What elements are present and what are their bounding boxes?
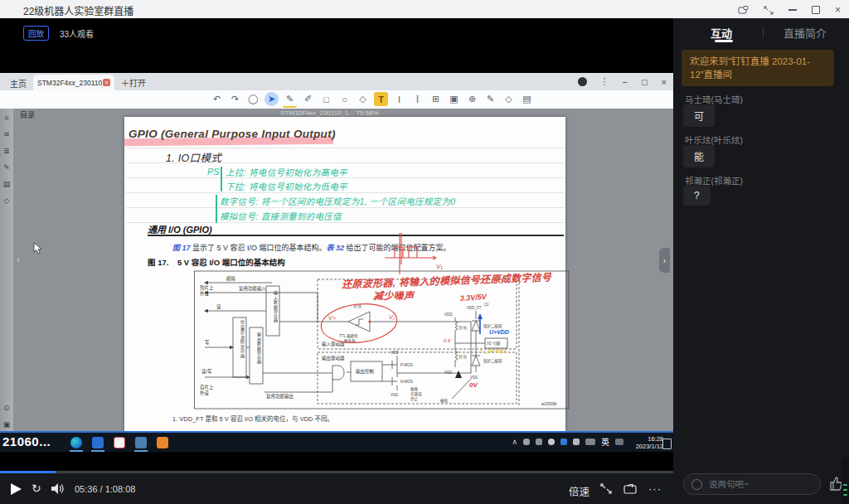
notification-center-icon[interactable] [662, 439, 672, 449]
diagram-label: 禁止 [410, 396, 418, 401]
chat-username: 马士琦(马士琦) [685, 93, 743, 105]
minimize-icon[interactable] [788, 9, 797, 11]
tray-date: 2023/1/12 [636, 443, 663, 450]
more-options-icon[interactable]: ··· [648, 482, 662, 495]
volume-icon[interactable] [51, 483, 65, 494]
tab-live-intro[interactable]: 直播简介 [784, 25, 827, 41]
edge-browser-icon[interactable] [70, 437, 82, 448]
diagram-label: TTL 施密特 [339, 333, 358, 339]
home-tab[interactable]: 主页 [10, 77, 27, 90]
maximize-icon[interactable] [812, 6, 820, 14]
diagram-label: 自片上 [200, 384, 214, 390]
tray-mic-icon[interactable] [548, 439, 555, 445]
para-text: 显示了 5 V 容忍 I/O 端口位的基本结构。 [191, 244, 327, 252]
tray-bluetooth-icon[interactable] [560, 439, 567, 445]
handwritten-note-pulldown: 下拉: 将电信号初始化为低电平 [226, 180, 347, 192]
redo-icon[interactable]: ↷ [228, 92, 242, 106]
tray-phone-icon[interactable] [523, 439, 530, 445]
table-ref-link[interactable]: 表 32 [327, 244, 345, 252]
pdf-page: GPIO (General Purpose Input Output) 1. I… [124, 117, 565, 431]
app-maximize-icon[interactable]: ▢ [641, 78, 648, 86]
polygon-tool-icon[interactable]: ◇ [356, 92, 370, 106]
document-viewport[interactable]: 目录 STM32F4xx_230110_1... 75.56% ‹ › [13, 109, 673, 431]
notes-panel-icon[interactable]: ▤ [520, 92, 534, 106]
handwritten-note-digital: 数字信号: 将一个区间的电压规定为1, 一个区间电压规定为0 [220, 195, 455, 207]
tray-lock-icon[interactable] [536, 439, 542, 445]
undo-icon[interactable]: ↶ [210, 92, 224, 106]
toc-label[interactable]: 目录 [20, 109, 35, 120]
viewer-count: 33人观看 [60, 27, 94, 40]
prev-page-icon[interactable]: ‹ [17, 254, 20, 265]
expand-window-icon[interactable] [764, 6, 774, 15]
replay-icon[interactable]: ↻ [32, 482, 41, 495]
text-cursor-icon[interactable]: I [392, 92, 406, 106]
popout-icon[interactable] [738, 6, 749, 15]
tray-keyboard-icon[interactable] [585, 439, 595, 445]
hidden-icons-chevron[interactable]: ∧ [512, 438, 517, 446]
diagram-label: 保护二极管 [483, 323, 502, 329]
speed-button[interactable]: 倍速 [569, 483, 589, 499]
web-link-icon[interactable]: ⊕ [465, 92, 479, 106]
figure-caption: 图 17. 5 V 容忍 I/O 端口位的基本结构 [148, 256, 285, 268]
fig-ref-link[interactable]: 图 17 [172, 244, 191, 252]
pan-hand-icon[interactable]: ⊙ [3, 404, 10, 412]
open-file-button[interactable]: ＋打开 [121, 76, 146, 89]
stamp-icon[interactable]: ◇ [502, 92, 516, 106]
chat-input[interactable] [707, 478, 802, 490]
tray-ime-label[interactable]: 英 [601, 435, 609, 448]
thumbnails-icon[interactable]: ≡ [4, 114, 8, 122]
text-highlight-icon[interactable]: T [374, 92, 388, 106]
chat-input-box[interactable] [683, 473, 821, 495]
emoji-icon[interactable] [691, 479, 702, 490]
eraser-icon[interactable]: ◯ [246, 92, 260, 106]
image-tool-icon[interactable]: ▣ [447, 92, 461, 106]
pen-panel-icon[interactable]: ✎ [3, 163, 10, 172]
diagram-label: (1) [484, 303, 489, 307]
files-app-icon[interactable] [157, 437, 168, 448]
tab-close-icon[interactable]: × [103, 79, 110, 86]
diagram-label: 复用功能输入 [239, 285, 267, 292]
page-panel-icon[interactable]: ▤ [3, 180, 11, 188]
left-tool-strip: ≡ ≋ ≣ ✎ ▤ ◇ ⊙ ▣ ◆ [0, 109, 13, 452]
rectangle-tool-icon[interactable]: □ [319, 92, 333, 106]
doc-status-text: STM32F4xx_230110_1... 75.56% [280, 109, 379, 117]
video-player[interactable]: 回放 33人观看 主页 STM32F4xx_230110_1... × ＋打开 … [0, 18, 673, 504]
cast-screen-icon[interactable] [623, 483, 637, 494]
diagram-label: 输出控制 [356, 368, 375, 375]
tray-input-icon[interactable] [615, 439, 623, 445]
green-brace [221, 167, 222, 191]
docs-app-icon[interactable] [92, 437, 104, 448]
fullscreen-icon[interactable] [600, 483, 612, 494]
tab-divider [763, 27, 764, 38]
textbox-icon[interactable]: ⊞ [429, 92, 443, 106]
app-menu-icon[interactable]: ⋮ [600, 76, 609, 87]
tags-icon[interactable]: ◇ [4, 196, 10, 205]
outline-icon[interactable]: ≣ [3, 147, 10, 155]
tab-interaction[interactable]: 互动 [711, 25, 732, 41]
diagram-label: 开/关 [458, 325, 468, 331]
app-minimize-icon[interactable]: − [623, 77, 628, 87]
chat-sidebar: 互动 直播简介 欢迎来到“钉钉直播 2023-01-12”直播间 马士琦(马士琦… [673, 18, 849, 504]
handwritten-io-mode: 1. IO口模式 [166, 149, 221, 165]
next-page-button[interactable]: › [659, 248, 670, 273]
player-controls: ↻ 05:36 / 1:08:08 倍速 ··· [0, 473, 673, 504]
select-tool-icon[interactable]: ➤ [264, 92, 279, 106]
account-avatar[interactable] [578, 77, 587, 86]
frame-icon[interactable]: ▣ [3, 420, 11, 429]
ellipse-tool-icon[interactable]: ○ [337, 92, 352, 106]
app-close-icon[interactable]: × [662, 77, 667, 87]
play-button[interactable] [11, 483, 22, 495]
chat-app-icon[interactable] [135, 437, 147, 448]
text-edit-icon[interactable]: Ī [410, 92, 424, 106]
system-tray: ∧ 英 [512, 435, 623, 448]
close-icon[interactable]: × [835, 4, 841, 16]
reader-app-icon[interactable] [114, 437, 125, 448]
tray-clock[interactable]: 16:28 2023/1/12 [636, 435, 663, 450]
diagram-label: 输出驱动器 [322, 355, 345, 361]
highlighter-pen-icon[interactable]: ✎ [283, 92, 297, 108]
document-tab[interactable]: STM32F4xx_230110_1... × [33, 75, 114, 90]
tray-volume-icon[interactable] [573, 439, 580, 445]
annotations-icon[interactable]: ≋ [3, 130, 10, 138]
pen-icon[interactable]: ✐ [301, 92, 315, 106]
signature-icon[interactable]: ✎ [483, 92, 497, 106]
